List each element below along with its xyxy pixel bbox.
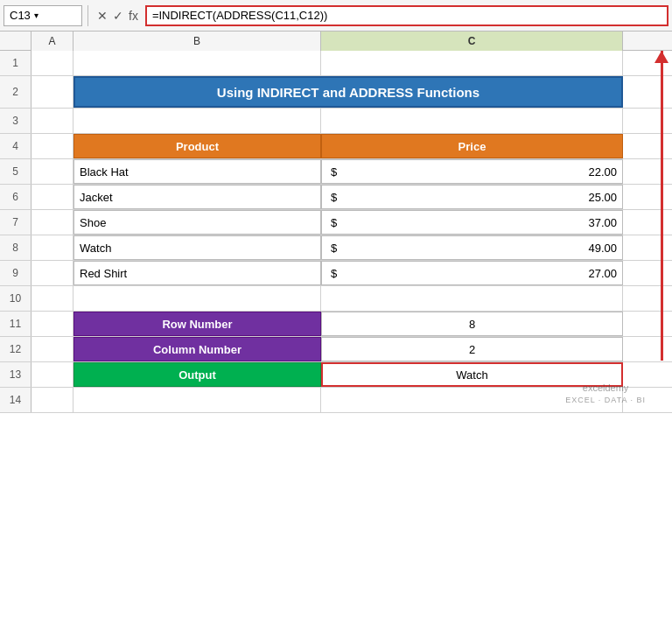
row-number: 1 (0, 51, 32, 75)
cell-b1[interactable] (74, 51, 321, 75)
cell-c12[interactable]: 2 (321, 337, 623, 361)
row-number: 8 (0, 235, 32, 260)
cell-a7[interactable] (32, 210, 74, 235)
cell-c1[interactable] (321, 51, 623, 75)
table-row: 12 Column Number 2 (0, 337, 672, 362)
price-header-text: Price (458, 140, 486, 153)
cell-c8[interactable]: $ 49.00 (321, 235, 623, 260)
cell-c5[interactable]: $ 22.00 (321, 159, 623, 184)
cell-a5[interactable] (32, 159, 74, 184)
price-value: 49.00 (588, 242, 617, 255)
output-value: Watch (456, 368, 487, 382)
cell-b10[interactable] (74, 286, 321, 311)
row-number: 10 (0, 286, 32, 311)
cell-a10[interactable] (32, 286, 74, 311)
dollar-sign: $ (327, 216, 337, 229)
formula-bar: C13 ▾ ✕ ✓ fx (0, 0, 672, 32)
cell-ref-text: C13 (10, 9, 31, 22)
formula-input[interactable] (145, 5, 668, 26)
col-header-c[interactable]: C (321, 32, 623, 51)
price-header: Price (321, 134, 623, 158)
cell-b5[interactable]: Black Hat (74, 159, 321, 184)
cell-b9[interactable]: Red Shirt (74, 261, 321, 285)
cell-a14[interactable] (32, 388, 74, 412)
cell-a9[interactable] (32, 261, 74, 285)
row-number: 12 (0, 337, 32, 361)
table-row: 10 (0, 286, 672, 312)
row-number-value: 8 (469, 318, 475, 331)
dollar-sign: $ (327, 165, 337, 179)
table-row: 5 Black Hat $ 22.00 (0, 159, 672, 185)
row-number: 7 (0, 210, 32, 235)
col-header-b[interactable]: B (74, 32, 321, 51)
price-value: 27.00 (588, 267, 617, 280)
cell-b14[interactable] (74, 388, 321, 412)
row-number: 3 (0, 109, 32, 133)
price-value: 37.00 (588, 216, 617, 229)
cell-a6[interactable] (32, 185, 74, 209)
cell-b8[interactable]: Watch (74, 235, 321, 260)
row-number: 9 (0, 261, 32, 285)
fx-icon[interactable]: fx (129, 9, 138, 23)
cell-c9[interactable]: $ 27.00 (321, 261, 623, 285)
row-number: 14 (0, 388, 32, 412)
column-number-value: 2 (469, 343, 475, 356)
row-number: 13 (0, 362, 32, 387)
row-number-label: Row Number (74, 312, 321, 336)
table-row: 11 Row Number 8 (0, 312, 672, 337)
red-arrow-line (661, 51, 663, 361)
watermark: exceldemy EXCEL · DATA · BI (565, 382, 646, 406)
output-label-text: Output (178, 368, 216, 382)
output-label: Output (74, 362, 321, 387)
cell-c7[interactable]: $ 37.00 (321, 210, 623, 235)
table-row: 1 (0, 51, 672, 76)
formula-bar-separator (88, 5, 88, 26)
dropdown-arrow-icon[interactable]: ▾ (34, 11, 38, 20)
cell-c10[interactable] (321, 286, 623, 311)
cell-b7[interactable]: Shoe (74, 210, 321, 235)
cell-b6[interactable]: Jacket (74, 185, 321, 209)
cell-c3[interactable] (321, 109, 623, 133)
cell-reference-box[interactable]: C13 ▾ (4, 5, 82, 26)
product-name: Jacket (80, 191, 113, 204)
row-number: 6 (0, 185, 32, 209)
cell-a8[interactable] (32, 235, 74, 260)
product-header: Product (74, 134, 321, 158)
row-number-label-text: Row Number (162, 318, 232, 331)
product-header-text: Product (176, 140, 219, 153)
row-num-header (0, 32, 32, 50)
cell-a13[interactable] (32, 362, 74, 387)
cell-a3[interactable] (32, 109, 74, 133)
cell-a2[interactable] (32, 76, 74, 108)
title-text: Using INDIRECT and ADDRESS Functions (217, 85, 480, 100)
product-name: Red Shirt (80, 267, 127, 280)
confirm-icon[interactable]: ✓ (113, 9, 123, 23)
col-header-a[interactable]: A (32, 32, 74, 51)
table-row: 4 Product Price (0, 134, 672, 159)
dollar-sign: $ (327, 242, 337, 255)
row-number: 2 (0, 76, 32, 108)
spreadsheet-grid: 1 2 Using INDIRECT and ADDRESS Functions… (0, 51, 672, 413)
column-number-label-text: Column Number (153, 343, 242, 356)
red-arrow-tip (654, 51, 668, 63)
table-row: 7 Shoe $ 37.00 (0, 210, 672, 235)
table-row: 3 (0, 109, 672, 134)
cell-c6[interactable]: $ 25.00 (321, 185, 623, 209)
table-row: 8 Watch $ 49.00 (0, 235, 672, 261)
table-row: 6 Jacket $ 25.00 (0, 185, 672, 210)
cancel-icon[interactable]: ✕ (97, 9, 108, 23)
cell-a4[interactable] (32, 134, 74, 158)
cell-a12[interactable] (32, 337, 74, 361)
product-name: Shoe (80, 216, 106, 229)
dollar-sign: $ (327, 267, 337, 280)
cell-a11[interactable] (32, 312, 74, 336)
row-number: 4 (0, 134, 32, 158)
table-row: 2 Using INDIRECT and ADDRESS Functions (0, 76, 672, 109)
price-value: 25.00 (588, 191, 617, 204)
product-name: Black Hat (80, 165, 129, 179)
cell-c11[interactable]: 8 (321, 312, 623, 336)
column-headers: A B C (0, 32, 672, 51)
price-value: 22.00 (588, 165, 617, 179)
cell-b3[interactable] (74, 109, 321, 133)
cell-a1[interactable] (32, 51, 74, 75)
